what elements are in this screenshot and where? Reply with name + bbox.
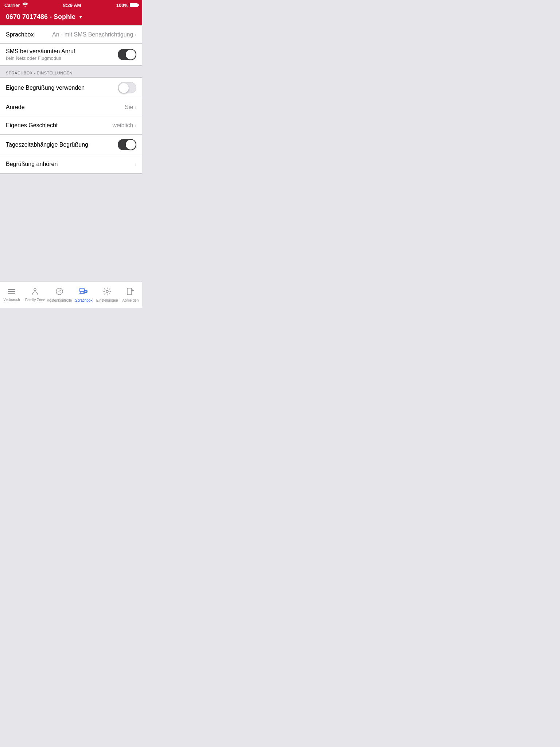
battery-icon [130,3,138,7]
tageszeitabh-toggle[interactable] [118,139,136,150]
abmelden-icon [127,287,135,297]
settings-list-einstellungen: Eigene Begrüßung verwenden Anrede Sie › [0,77,142,174]
sprachbox-item[interactable]: Sprachbox An - mit SMS Benachrichtigung … [0,26,142,44]
app-header: 0670 7017486 - Sophie ▼ [0,10,142,25]
main-content: Sprachbox An - mit SMS Benachrichtigung … [0,25,142,282]
svg-point-7 [82,290,82,290]
sprachbox-right: An - mit SMS Benachrichtigung › [52,31,136,38]
carrier-label: Carrier [4,3,20,8]
tab-sprachbox[interactable]: Sprachbox [72,282,95,305]
settings-group-einstellungen: SPRACHBOX - EINSTELLUNGEN Eigene Begrüßu… [0,66,142,174]
svg-rect-1 [8,291,15,292]
svg-point-12 [86,291,87,292]
eigene-begrusung-title: Eigene Begrüßung verwenden [6,85,118,91]
tab-abmelden[interactable]: Abmelden [119,282,142,305]
begrusung-anhoeren-item[interactable]: Begrüßung anhören › [0,155,142,173]
sprachbox-tab-label: Sprachbox [75,298,93,302]
einstellungen-label: Einstellungen [96,298,118,302]
tab-bar: Verbrauch Family Zone € Kostenkontrolle [0,282,142,308]
anrede-right: Sie › [125,104,136,111]
status-right: 100% [116,3,138,8]
anrede-title: Anrede [6,104,125,111]
einstellungen-icon [103,287,111,297]
tageszeitabh-item[interactable]: Tageszeitabhängige Begrüßung [0,135,142,155]
sms-versaumt-subtitle: kein Netz oder Flugmodus [6,55,118,61]
family-zone-icon [31,288,39,297]
svg-point-13 [106,290,108,293]
sms-versaumt-title: SMS bei versäumten Anruf [6,48,118,55]
status-bar: Carrier 8:29 AM 100% [0,0,142,10]
eigene-begrusung-item[interactable]: Eigene Begrüßung verwenden [0,78,142,98]
eigenes-geschlecht-right: weiblich › [112,122,136,129]
family-zone-label: Family Zone [25,298,45,302]
account-title: 0670 7017486 - Sophie [6,13,75,21]
eigenes-geschlecht-item[interactable]: Eigenes Geschlecht weiblich › [0,116,142,135]
abmelden-label: Abmelden [122,298,139,302]
svg-rect-14 [127,288,132,295]
eigenes-geschlecht-title: Eigenes Geschlecht [6,122,112,129]
tab-kostenkontrolle[interactable]: € Kostenkontrolle [47,282,72,305]
tab-family-zone[interactable]: Family Zone [23,282,47,305]
status-time: 8:29 AM [63,3,81,8]
settings-group-main: Sprachbox An - mit SMS Benachrichtigung … [0,25,142,66]
kostenkontrolle-label: Kostenkontrolle [47,298,72,302]
eigenes-geschlecht-value: weiblich [112,122,133,129]
sprachbox-tab-icon [79,287,88,297]
einstellungen-section-header: SPRACHBOX - EINSTELLUNGEN [0,66,142,77]
eigene-begrusung-toggle[interactable] [118,82,136,93]
svg-point-10 [85,291,86,292]
verbrauch-label: Verbrauch [3,298,20,302]
sms-versaumt-item[interactable]: SMS bei versäumten Anruf kein Netz oder … [0,44,142,65]
kostenkontrolle-icon: € [55,287,63,297]
tageszeitabh-title: Tageszeitabhängige Begrüßung [6,142,118,148]
begrusung-anhoeren-right: › [135,161,136,167]
svg-rect-0 [8,289,15,290]
verbrauch-icon [8,288,16,297]
settings-list-main: Sprachbox An - mit SMS Benachrichtigung … [0,25,142,66]
sprachbox-chevron-icon: › [135,32,136,38]
dropdown-arrow-icon[interactable]: ▼ [78,15,83,20]
begrusung-anhoeren-chevron-icon: › [135,161,136,167]
svg-rect-2 [8,293,15,294]
anrede-item[interactable]: Anrede Sie › [0,98,142,116]
sprachbox-value: An - mit SMS Benachrichtigung [52,31,133,38]
anrede-chevron-icon: › [135,104,136,110]
status-left: Carrier [4,3,28,8]
tab-einstellungen[interactable]: Einstellungen [96,282,119,305]
anrede-value: Sie [125,104,133,111]
svg-point-8 [83,290,83,290]
wifi-icon [22,3,28,8]
svg-text:€: € [58,289,61,294]
sprachbox-title: Sprachbox [6,31,52,38]
svg-point-6 [81,290,81,290]
battery-percent: 100% [116,3,128,8]
eigenes-geschlecht-chevron-icon: › [135,123,136,128]
sms-versaumt-toggle[interactable] [118,49,136,60]
tab-verbrauch[interactable]: Verbrauch [0,282,23,305]
begrusung-anhoeren-title: Begrüßung anhören [6,161,135,167]
svg-point-11 [86,291,86,292]
